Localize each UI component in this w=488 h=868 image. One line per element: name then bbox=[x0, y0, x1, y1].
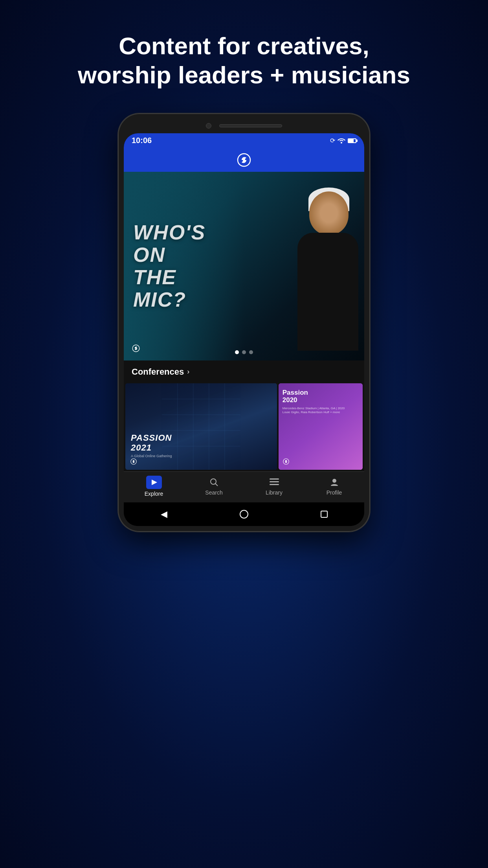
conference-card-passion-2021[interactable]: PASSION2021 A Global Online Gathering bbox=[125, 383, 277, 470]
conferences-section-header[interactable]: Conferences › bbox=[124, 360, 364, 383]
phone-screen: 10:06 ⟳ bbox=[124, 133, 364, 526]
home-button[interactable] bbox=[238, 509, 250, 520]
library-icon bbox=[269, 477, 280, 488]
carousel-dot-1[interactable] bbox=[235, 350, 239, 354]
recent-apps-button[interactable] bbox=[319, 509, 330, 520]
status-time: 10:06 bbox=[132, 136, 152, 145]
bottom-nav-bar: Explore Search bbox=[124, 471, 364, 502]
hero-logo bbox=[132, 344, 140, 354]
svg-point-18 bbox=[211, 479, 216, 484]
status-sync-icon: ⟳ bbox=[330, 137, 335, 144]
passion-2020-title: Passion2020 bbox=[283, 389, 359, 404]
search-label: Search bbox=[205, 489, 222, 496]
svg-marker-17 bbox=[152, 480, 157, 485]
svg-point-2 bbox=[243, 159, 245, 161]
hero-carousel-dots bbox=[235, 350, 253, 354]
svg-line-19 bbox=[215, 484, 218, 486]
app-logo-icon bbox=[236, 152, 252, 168]
status-icons: ⟳ bbox=[330, 137, 356, 144]
front-camera bbox=[206, 123, 211, 129]
profile-label: Profile bbox=[327, 489, 342, 496]
back-button[interactable]: ◀ bbox=[158, 509, 169, 520]
svg-rect-20 bbox=[270, 478, 279, 480]
library-lines-icon bbox=[270, 478, 279, 486]
svg-point-4 bbox=[135, 348, 136, 349]
explore-label: Explore bbox=[145, 491, 163, 497]
phone-top-hardware bbox=[124, 119, 364, 133]
system-nav-bar: ◀ bbox=[124, 502, 364, 526]
hero-logo-icon bbox=[132, 344, 140, 353]
nav-item-profile[interactable]: Profile bbox=[304, 477, 364, 496]
svg-point-16 bbox=[285, 461, 286, 462]
explore-play-icon bbox=[150, 479, 158, 486]
library-label: Library bbox=[266, 489, 283, 496]
conferences-chevron-icon: › bbox=[187, 368, 189, 376]
conferences-title: Conferences bbox=[132, 367, 184, 377]
nav-item-library[interactable]: Library bbox=[244, 477, 304, 496]
conference-card-passion-2020[interactable]: Passion2020 Mercedes-Benz Stadium | Atla… bbox=[279, 383, 363, 470]
svg-point-23 bbox=[332, 479, 336, 483]
nav-item-search[interactable]: Search bbox=[184, 477, 244, 496]
search-icon bbox=[209, 477, 220, 488]
carousel-dot-2[interactable] bbox=[242, 350, 246, 354]
passion-2021-title: PASSION2021 bbox=[131, 433, 172, 452]
explore-icon bbox=[146, 476, 162, 489]
hero-banner[interactable]: WHO'S ON THE MIC? bbox=[124, 172, 364, 360]
phone-device: 10:06 ⟳ bbox=[118, 114, 370, 531]
page-tagline: Content for creatives,worship leaders + … bbox=[46, 31, 442, 90]
passion-2020-subtitle: Mercedes-Benz Stadium | Atlanta, GA | 20… bbox=[283, 406, 359, 415]
back-icon: ◀ bbox=[161, 509, 167, 519]
speaker-grill bbox=[219, 124, 282, 127]
wifi-icon bbox=[338, 138, 345, 143]
recent-icon bbox=[321, 511, 328, 518]
carousel-dot-3[interactable] bbox=[249, 350, 253, 354]
svg-point-0 bbox=[341, 142, 342, 143]
home-icon bbox=[240, 510, 248, 519]
passion-2021-subtitle: A Global Online Gathering bbox=[131, 454, 172, 458]
app-header bbox=[124, 148, 364, 172]
conferences-cards-row: PASSION2021 A Global Online Gathering bbox=[124, 383, 364, 471]
svg-rect-22 bbox=[270, 484, 279, 485]
passion-2021-logo-badge bbox=[130, 458, 137, 467]
passion-2020-logo-badge bbox=[283, 458, 290, 467]
hero-title: WHO'S ON THE MIC? bbox=[133, 221, 205, 311]
battery-icon bbox=[348, 138, 356, 143]
profile-icon bbox=[329, 477, 340, 488]
svg-rect-21 bbox=[270, 481, 279, 482]
nav-item-explore[interactable]: Explore bbox=[124, 476, 184, 497]
status-bar: 10:06 ⟳ bbox=[124, 133, 364, 148]
svg-point-14 bbox=[133, 461, 134, 462]
hero-text-block: WHO'S ON THE MIC? bbox=[133, 221, 205, 311]
